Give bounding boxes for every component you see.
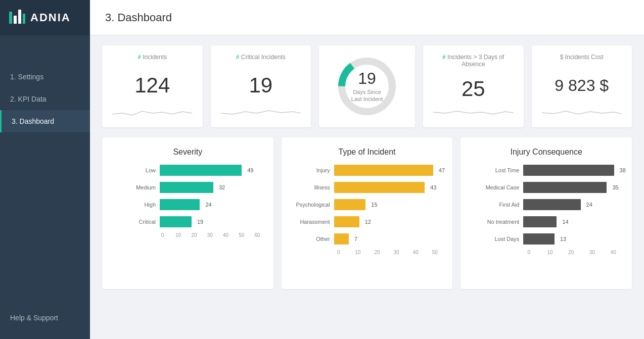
type-axis: 0 10 20 30 40 50 (290, 250, 445, 255)
bar-value: 24 (586, 202, 592, 208)
bar-value: 7 (354, 236, 357, 242)
kpi-absence-value: 25 (462, 74, 485, 104)
table-row: Harassment 12 (295, 216, 440, 227)
kpi-absence: # Incidents > 3 Days of Absence 25 (423, 45, 524, 127)
bar-value: 35 (612, 184, 618, 190)
bar-label: Critical (115, 219, 156, 225)
bar-fill (523, 165, 614, 176)
bar-track: 19 (160, 216, 260, 227)
kpi-donut: 19 Days Since Last Incident (319, 45, 415, 127)
bar-label: Injury (295, 167, 330, 173)
sidebar-item-dashboard[interactable]: 3. Dashboard (0, 110, 90, 132)
header: 3. Dashboard (90, 0, 644, 35)
bar-fill (160, 216, 192, 227)
kpi-incidents-value: 124 (134, 67, 170, 104)
svg-rect-0 (9, 12, 12, 24)
bar-track: 14 (523, 216, 619, 227)
bar-fill (334, 182, 425, 193)
bar-fill (160, 182, 213, 193)
bar-fill (523, 199, 580, 210)
sidebar-support[interactable]: Help & Support (0, 307, 90, 329)
bar-value: 19 (197, 219, 203, 225)
severity-bars: Low 49 Medium 32 High (110, 165, 265, 227)
chart-severity: Severity Low 49 Medium 32 (102, 137, 273, 289)
table-row: First Aid 24 (474, 199, 619, 210)
bar-fill (334, 199, 366, 210)
donut-chart: 19 Days Since Last Incident (334, 54, 400, 119)
kpi-critical-sparkline (221, 104, 301, 119)
bar-track: 47 (334, 165, 440, 176)
bar-label: First Aid (474, 202, 519, 208)
table-row: Lost Time 38 (474, 165, 619, 176)
kpi-incidents: # Incidents 124 (102, 45, 203, 127)
table-row: Lost Days 13 (474, 233, 619, 245)
page-title: 3. Dashboard (105, 11, 172, 24)
type-bars: Injury 47 Illness 43 P (290, 165, 445, 245)
bar-track: 24 (160, 199, 260, 210)
svg-rect-2 (18, 10, 21, 24)
chart-type: Type of Incident Injury 47 Illness 43 (282, 137, 453, 289)
bar-fill (160, 199, 200, 210)
bar-value: 13 (560, 236, 566, 242)
bar-label: Other (295, 236, 330, 242)
bar-label: Psychological (295, 202, 330, 208)
logo-icon (9, 10, 25, 26)
bar-label: High (115, 202, 156, 208)
dashboard-content: # Incidents 124 # Critical Incidents 19 (90, 35, 644, 339)
bar-value: 14 (562, 219, 568, 225)
table-row: Medium 32 (115, 182, 260, 193)
bar-fill (523, 216, 557, 227)
bar-fill (160, 165, 242, 176)
kpi-cost-sparkline (542, 104, 622, 119)
bar-value: 49 (247, 167, 253, 173)
bar-fill (523, 233, 554, 245)
table-row: Illness 43 (295, 182, 440, 193)
bar-fill (334, 216, 359, 227)
bar-track: 7 (334, 233, 440, 245)
bar-track: 12 (334, 216, 440, 227)
bar-value: 12 (365, 219, 371, 225)
svg-rect-1 (14, 16, 17, 24)
sidebar-item-settings[interactable]: 1. Settings (0, 66, 90, 88)
bar-track: 35 (523, 182, 619, 193)
bar-label: No treatment (474, 219, 519, 225)
bar-track: 43 (334, 182, 440, 193)
kpi-cost-value: 9 823 $ (555, 67, 609, 104)
type-title: Type of Incident (290, 148, 445, 157)
kpi-incidents-sparkline (112, 104, 193, 119)
table-row: Psychological 15 (295, 199, 440, 210)
sidebar-nav: 1. Settings 2. KPI Data 3. Dashboard (0, 35, 90, 307)
bar-track: 13 (523, 233, 619, 245)
bar-label: Low (115, 167, 156, 173)
kpi-cost: $ Incidents Cost 9 823 $ (532, 45, 632, 127)
table-row: Other 7 (295, 233, 440, 245)
table-row: Injury 47 (295, 165, 440, 176)
bar-label: Medium (115, 184, 156, 190)
sidebar-item-kpi[interactable]: 2. KPI Data (0, 88, 90, 110)
consequence-bars: Lost Time 38 Medical Case 35 (469, 165, 624, 245)
logo: ADNIA (0, 0, 90, 35)
table-row: No treatment 14 (474, 216, 619, 227)
bar-fill (334, 233, 349, 245)
kpi-critical: # Critical Incidents 19 (211, 45, 311, 127)
bar-value: 15 (371, 202, 377, 208)
table-row: Medical Case 35 (474, 182, 619, 193)
bar-value: 43 (430, 184, 436, 190)
bar-track: 49 (160, 165, 260, 176)
severity-axis: 0 10 20 30 40 50 60 (110, 232, 265, 238)
bar-track: 38 (523, 165, 619, 176)
donut-sublabel: Days Since Last Incident (351, 88, 383, 103)
bar-value: 24 (205, 202, 211, 208)
chart-row: Severity Low 49 Medium 32 (102, 137, 632, 289)
kpi-absence-sparkline (433, 104, 514, 119)
donut-number: 19 (351, 70, 383, 86)
bar-value: 32 (219, 184, 225, 190)
kpi-cost-label: $ Incidents Cost (542, 54, 622, 61)
table-row: Low 49 (115, 165, 260, 176)
bar-label: Harassment (295, 219, 330, 225)
bar-value: 47 (439, 167, 445, 173)
logo-text: ADNIA (30, 11, 71, 24)
svg-rect-3 (23, 14, 25, 24)
sidebar: ADNIA 1. Settings 2. KPI Data 3. Dashboa… (0, 0, 90, 339)
bar-track: 32 (160, 182, 260, 193)
